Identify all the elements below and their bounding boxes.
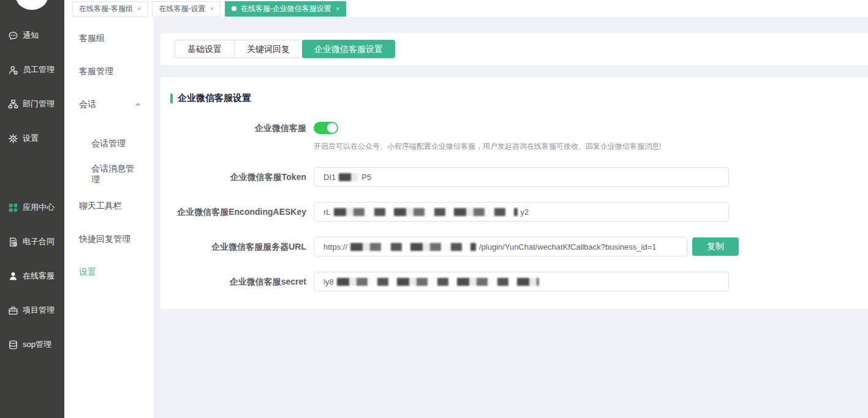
sidebar-item-service-management[interactable]: 客服管理 [64,55,154,88]
sop-icon [8,340,18,350]
sidebar-item-session-management[interactable]: 会话管理 [64,129,154,159]
sidebar-item-label: 会话消息管理 [91,163,142,185]
sidebar-item-label: 部门管理 [23,99,55,110]
sidebar-item-label: 通知 [23,30,39,41]
toggle-row: 企业微信客服 开启后可以在公众号、小程序端配置企业微信客服，用户发起咨询在线客服… [160,121,868,152]
online-service-icon [8,271,18,282]
sidebar-item-label: 项目管理 [23,305,55,316]
toggle-label: 企业微信客服 [160,121,314,135]
sidebar-item-label: 员工管理 [23,64,55,75]
sidebar-item-employee-management[interactable]: 员工管理 [0,53,64,87]
sidebar-item-label: 设置 [23,133,39,144]
sidebar-item-quick-reply-management[interactable]: 快捷回复管理 [64,223,154,256]
toggle-help-text: 开启后可以在公众号、小程序端配置企业微信客服，用户发起咨询在线客服可接收、回复企… [314,141,661,152]
redacted-value [339,173,358,181]
input-value-text: /plugin/YunChat/wechatKfCallback?busines… [479,242,656,252]
close-tab-icon[interactable]: × [209,6,213,12]
department-icon [8,99,18,110]
copy-button[interactable]: 复制 [692,237,739,256]
sidebar-item-sop-management[interactable]: sop管理 [0,327,64,362]
sidebar-item-session[interactable]: 会话 [64,88,154,121]
settings-tabs-panel: 基础设置关键词回复企业微信客服设置 [160,33,868,65]
input-value-text: ly8 [323,277,334,286]
sidebar-item-label: 聊天工具栏 [79,201,122,212]
app-center-icon [8,203,18,213]
sidebar-item-label: 会话 [79,99,96,110]
settings-tabs: 基础设置关键词回复企业微信客服设置 [175,40,395,58]
sidebar-item-project-management[interactable]: 项目管理 [0,293,64,327]
section-accent-bar [170,94,173,103]
sidebar-item-department-management[interactable]: 部门管理 [0,87,64,121]
sidebar-item-e-contract[interactable]: 电子合同 [0,225,64,259]
window-tab-wecom-kf-settings[interactable]: 在线客服-企业微信客服设置× [225,1,346,17]
sidebar-item-notifications[interactable]: 通知 [0,18,64,53]
sidebar-item-label: 会话管理 [91,138,126,149]
notification-icon [8,31,18,41]
sidebar-item-label: 快捷回复管理 [79,234,130,245]
chevron-up-icon[interactable] [134,101,142,108]
field-row-token: 企业微信客服TokenDI1P5 [160,167,868,187]
window-tab-service-group[interactable]: 在线客服-客服组× [72,1,148,17]
sidebar-item-label: 设置 [79,267,96,278]
redacted-value [350,243,476,251]
toggle-column: 开启后可以在公众号、小程序端配置企业微信客服，用户发起咨询在线客服可接收、回复企… [314,121,661,152]
window-tab-label: 在线客服-设置 [159,4,205,14]
project-icon [8,305,18,316]
secret-input[interactable]: ly8 [314,272,729,291]
input-value-text: https:// [323,242,347,252]
sidebar-item-label: 应用中心 [23,202,55,213]
input-value-text: rL [323,207,331,217]
contract-icon [8,237,18,247]
field-label: 企业微信客服Token [160,167,314,187]
sidebar-spacer [0,155,64,190]
secondary-sidebar: 客服组客服管理会话会话管理会话消息管理聊天工具栏快捷回复管理设置 [64,17,154,418]
active-tab-dot-icon [232,6,236,11]
input-value-text: y2 [521,207,529,217]
section-header: 企业微信客服设置 [170,92,868,104]
sidebar-item-settings[interactable]: 设置 [64,256,154,289]
redacted-value [337,278,539,286]
settings-form: 企业微信客服 开启后可以在公众号、小程序端配置企业微信客服，用户发起咨询在线客服… [160,121,868,291]
input-value-text: DI1 [323,173,336,182]
sidebar-item-label: 电子合同 [23,236,55,247]
tab-keyword-reply[interactable]: 关键词回复 [235,40,303,58]
main-content: 基础设置关键词回复企业微信客服设置 企业微信客服设置 企业微信客服 开启后可以在… [154,17,868,418]
tab-basic-settings[interactable]: 基础设置 [175,40,235,58]
sidebar-item-label: 客服组 [79,33,105,44]
primary-sidebar: 通知员工管理部门管理设置应用中心电子合同在线客服项目管理sop管理 [0,0,64,418]
token-input[interactable]: DI1P5 [314,167,729,187]
app-screen: 通知员工管理部门管理设置应用中心电子合同在线客服项目管理sop管理 在线客服-客… [0,0,868,418]
window-tab-bar: 在线客服-客服组×在线客服-设置×在线客服-企业微信客服设置× [64,0,868,17]
encoding-aes-key-input[interactable]: rLy2 [314,202,729,222]
section-title: 企业微信客服设置 [178,92,251,104]
primary-sidebar-nav: 通知员工管理部门管理设置应用中心电子合同在线客服项目管理sop管理 [0,0,64,362]
sidebar-item-chat-toolbar[interactable]: 聊天工具栏 [64,190,154,223]
sidebar-item-label: 在线客服 [23,271,55,282]
window-tab-label: 在线客服-企业微信客服设置 [241,4,331,14]
gear-icon [8,133,18,144]
sidebar-item-label: 客服管理 [79,66,113,77]
window-tab-label: 在线客服-客服组 [79,4,133,14]
field-label: 企业微信客服secret [160,272,314,291]
sidebar-item-service-group[interactable]: 客服组 [64,22,154,55]
session-sub-group: 会话管理会话消息管理 [64,129,154,190]
wecom-kf-settings-panel: 企业微信客服设置 企业微信客服 开启后可以在公众号、小程序端配置企业微信客服，用… [160,77,868,309]
tab-wecom-kf-settings[interactable]: 企业微信客服设置 [302,40,395,58]
sidebar-item-settings[interactable]: 设置 [0,121,64,155]
wecom-kf-toggle[interactable] [314,122,338,134]
redacted-value [334,208,518,216]
close-tab-icon[interactable]: × [336,6,339,12]
sidebar-item-session-message-management[interactable]: 会话消息管理 [64,159,154,190]
sidebar-item-app-center[interactable]: 应用中心 [0,190,64,225]
server-url-input[interactable]: https:///plugin/YunChat/wechatKfCallback… [314,237,687,256]
employee-icon [8,65,18,75]
field-label: 企业微信客服EncondingAESKey [160,202,314,222]
toggle-knob [327,123,337,133]
field-row-secret: 企业微信客服secretly8 [160,272,868,291]
window-tab-service-settings[interactable]: 在线客服-设置× [152,1,220,17]
field-row-encoding-aes-key: 企业微信客服EncondingAESKeyrLy2 [160,202,868,222]
close-tab-icon[interactable]: × [137,6,141,12]
sidebar-item-online-service[interactable]: 在线客服 [0,259,64,293]
field-row-server-url: 企业微信客服服务器URLhttps:///plugin/YunChat/wech… [160,237,868,256]
input-value-text: P5 [361,173,371,182]
